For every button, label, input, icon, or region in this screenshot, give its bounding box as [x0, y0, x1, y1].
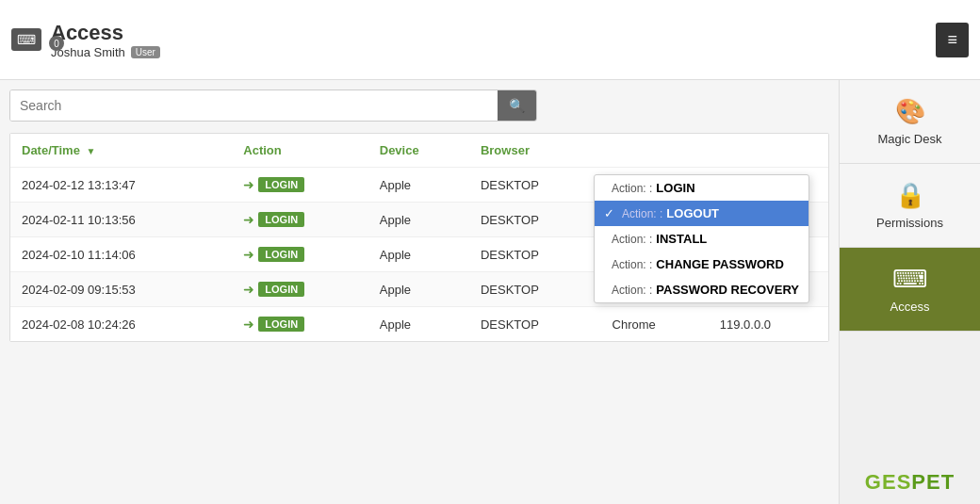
dropdown-item[interactable]: Action: : CHANGE PASSWORD: [595, 252, 808, 277]
sidebar-bottom: GESPET: [840, 461, 980, 504]
header-user: Joshua Smith User: [51, 45, 160, 59]
cell-date: 2024-02-09 09:15:53: [10, 272, 232, 307]
login-badge: LOGIN: [258, 177, 304, 192]
col-ip: [709, 134, 828, 168]
dropdown-action-label: Action: :: [612, 233, 652, 246]
magic-desk-icon: 🎨: [895, 97, 925, 126]
sidebar-label-magic-desk: Magic Desk: [878, 132, 942, 146]
logo-prefix: GES: [865, 470, 911, 494]
dropdown-action-value: PASSWORD RECOVERY: [656, 283, 799, 297]
col-datetime[interactable]: Date/Time ▼: [10, 134, 232, 168]
sidebar-item-access[interactable]: ⌨ Access: [840, 248, 980, 332]
dropdown-item[interactable]: Action: : INSTALL: [595, 226, 808, 252]
cell-device: Apple: [368, 237, 469, 272]
col-action[interactable]: Action: [232, 134, 368, 168]
search-button[interactable]: 🔍: [498, 90, 536, 121]
cell-type: DESKTOP: [469, 237, 601, 272]
dropdown-action-value: CHANGE PASSWORD: [656, 257, 784, 271]
col-device[interactable]: Device: [368, 134, 469, 168]
cell-action: ➜ LOGIN: [232, 272, 368, 307]
dropdown-action-value: INSTALL: [656, 232, 707, 246]
main-layout: 🔍 Date/Time ▼ Action Device Browser 20: [0, 80, 980, 504]
cell-type: DESKTOP: [469, 307, 601, 342]
checkmark-icon: ✓: [604, 206, 614, 220]
action-arrow-icon: ➜: [243, 212, 254, 227]
cell-action: ➜ LOGIN: [232, 237, 368, 272]
user-role-badge: User: [131, 46, 160, 58]
login-badge: LOGIN: [258, 247, 304, 262]
col-browser[interactable]: Browser: [469, 134, 601, 168]
content-area: 🔍 Date/Time ▼ Action Device Browser 20: [0, 80, 839, 504]
cell-type: DESKTOP: [469, 203, 601, 237]
access-icon: ⌨: [892, 265, 928, 294]
search-input[interactable]: [10, 90, 498, 121]
cell-type: DESKTOP: [469, 168, 601, 203]
sidebar-label-access: Access: [890, 300, 930, 314]
dropdown-item[interactable]: Action: : PASSWORD RECOVERY: [595, 277, 808, 302]
action-arrow-icon: ➜: [243, 177, 254, 192]
dropdown-action-value: LOGIN: [656, 181, 694, 195]
cell-action: ➜ LOGIN: [232, 307, 368, 342]
cell-action: ➜ LOGIN: [232, 203, 368, 237]
table-row: 2024-02-08 10:24:26 ➜ LOGIN Apple DESKTO…: [10, 307, 828, 342]
cell-date: 2024-02-10 11:14:06: [10, 237, 232, 272]
sidebar-item-permissions[interactable]: 🔒 Permissions: [840, 164, 980, 248]
sidebar: 🎨 Magic Desk 🔒 Permissions ⌨ Access GESP…: [839, 80, 980, 504]
app-title: Access: [51, 21, 160, 45]
search-bar: 🔍: [9, 89, 537, 122]
cell-date: 2024-02-08 10:24:26: [10, 307, 232, 342]
action-dropdown: Action: : LOGIN ✓ Action: : LOGOUT Actio…: [594, 174, 809, 303]
cell-date: 2024-02-12 13:13:47: [10, 168, 232, 203]
app-icon: ⌨: [11, 28, 41, 51]
action-arrow-icon: ➜: [243, 317, 254, 332]
sidebar-item-magic-desk[interactable]: 🎨 Magic Desk: [840, 80, 980, 164]
sidebar-label-permissions: Permissions: [876, 216, 943, 230]
dropdown-item[interactable]: ✓ Action: : LOGOUT: [595, 201, 808, 226]
table-header-row: Date/Time ▼ Action Device Browser: [10, 134, 828, 168]
dropdown-item[interactable]: Action: : LOGIN: [595, 175, 808, 201]
cell-device: Apple: [368, 272, 469, 307]
dropdown-action-value: LOGOUT: [666, 206, 719, 220]
gespet-logo: GESPET: [849, 470, 971, 495]
cell-type: DESKTOP: [469, 272, 601, 307]
dropdown-action-label: Action: :: [622, 207, 662, 220]
cell-device: Apple: [368, 203, 469, 237]
dropdown-action-label: Action: :: [612, 284, 652, 297]
notification-badge: 0: [49, 36, 64, 51]
cell-version: 119.0.0.0: [709, 307, 828, 342]
cell-action: ➜ LOGIN: [232, 168, 368, 203]
logo-suffix: PET: [911, 470, 955, 494]
dropdown-action-label: Action: :: [612, 182, 652, 195]
header: ⌨ 0 Access Joshua Smith User ≡: [0, 0, 980, 80]
col-version: [601, 134, 709, 168]
login-badge: LOGIN: [258, 282, 304, 297]
login-badge: LOGIN: [258, 317, 304, 332]
header-left: ⌨ 0 Access Joshua Smith User: [11, 21, 160, 59]
menu-button[interactable]: ≡: [936, 23, 969, 57]
cell-browser: Chrome: [601, 307, 709, 342]
action-arrow-icon: ➜: [243, 282, 254, 297]
cell-device: Apple: [368, 307, 469, 342]
cell-device: Apple: [368, 168, 469, 203]
permissions-icon: 🔒: [895, 181, 925, 210]
login-badge: LOGIN: [258, 212, 304, 227]
header-title-block: Access Joshua Smith User: [51, 21, 160, 59]
action-arrow-icon: ➜: [243, 247, 254, 262]
cell-date: 2024-02-11 10:13:56: [10, 203, 232, 237]
dropdown-action-label: Action: :: [612, 258, 652, 271]
